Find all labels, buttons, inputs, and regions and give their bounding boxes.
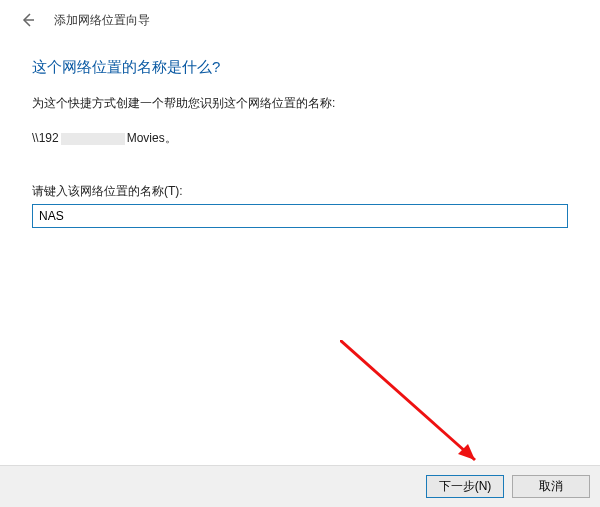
instruction-text: 为这个快捷方式创建一个帮助您识别这个网络位置的名称: xyxy=(32,95,568,112)
path-suffix: Movies。 xyxy=(127,131,177,145)
button-bar: 下一步(N) 取消 xyxy=(0,465,600,507)
annotation-arrow-icon xyxy=(340,340,500,480)
redacted-segment xyxy=(61,133,125,145)
location-name-input[interactable] xyxy=(32,204,568,228)
arrow-left-icon xyxy=(20,12,36,28)
cancel-button[interactable]: 取消 xyxy=(512,475,590,498)
titlebar: 添加网络位置向导 xyxy=(0,0,600,36)
window-title: 添加网络位置向导 xyxy=(54,12,150,29)
path-prefix: \\192 xyxy=(32,131,59,145)
input-label: 请键入该网络位置的名称(T): xyxy=(32,183,568,200)
network-path-text: \\192Movies。 xyxy=(32,130,568,147)
back-button[interactable] xyxy=(18,10,38,30)
svg-marker-1 xyxy=(458,444,475,460)
svg-line-0 xyxy=(340,340,475,460)
next-button[interactable]: 下一步(N) xyxy=(426,475,504,498)
wizard-content: 这个网络位置的名称是什么? 为这个快捷方式创建一个帮助您识别这个网络位置的名称:… xyxy=(0,36,600,228)
page-heading: 这个网络位置的名称是什么? xyxy=(32,58,568,77)
